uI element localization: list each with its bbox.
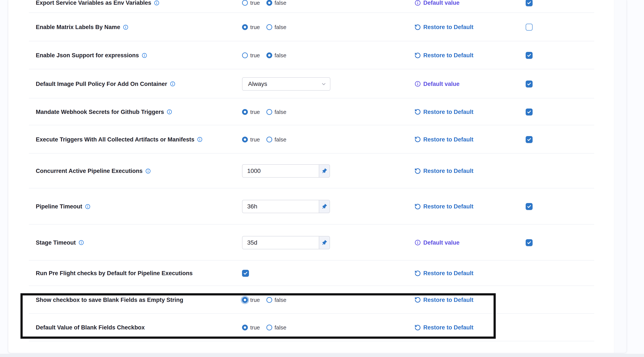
radio-false[interactable] <box>266 297 272 303</box>
override-checkbox[interactable] <box>526 108 532 115</box>
setting-label-cell: Enable Json Support for expressions <box>36 52 147 59</box>
override-checkbox[interactable] <box>526 24 532 30</box>
radio-true[interactable] <box>242 24 248 30</box>
settings-row: Concurrent Active Pipeline ExecutionsRes… <box>8 154 614 188</box>
radio-option-true: true <box>242 24 260 30</box>
action-label: Restore to Default <box>423 136 474 143</box>
restore-icon <box>414 109 421 115</box>
info-icon[interactable] <box>414 0 421 6</box>
radio-true[interactable] <box>242 109 248 115</box>
restore-to-default-link[interactable]: Restore to Default <box>414 270 474 277</box>
action-label: Default value <box>423 0 460 6</box>
radio-false[interactable] <box>266 136 272 142</box>
restore-to-default-link[interactable]: Restore to Default <box>414 168 474 174</box>
setting-label-cell: Pipeline Timeout <box>36 203 90 210</box>
setting-control-cell: truefalse <box>242 324 286 331</box>
pin-button[interactable] <box>319 200 330 213</box>
setting-value-input[interactable] <box>242 200 319 213</box>
override-checkbox-cell <box>526 24 532 30</box>
default-value-indicator: Default value <box>414 0 460 6</box>
radio-false[interactable] <box>266 0 272 6</box>
radio-option-true: true <box>242 324 260 331</box>
info-icon[interactable] <box>197 137 202 142</box>
override-checkbox-cell <box>526 239 532 246</box>
radio-label-true: true <box>250 136 260 143</box>
info-icon[interactable] <box>414 81 421 87</box>
restore-icon <box>414 52 421 58</box>
radio-true[interactable] <box>242 325 248 331</box>
pin-button[interactable] <box>319 164 330 178</box>
info-icon[interactable] <box>166 109 172 115</box>
radio-true[interactable] <box>242 0 248 6</box>
info-icon[interactable] <box>414 239 421 246</box>
setting-value-input[interactable] <box>242 236 319 249</box>
restore-to-default-link[interactable]: Restore to Default <box>414 108 474 115</box>
restore-icon <box>414 168 421 174</box>
radio-false[interactable] <box>266 24 272 30</box>
setting-label-cell: Export Service Variables as Env Variable… <box>36 0 160 6</box>
info-icon[interactable] <box>85 204 90 209</box>
restore-to-default-link[interactable]: Restore to Default <box>414 297 474 303</box>
restore-to-default-link[interactable]: Restore to Default <box>414 24 474 30</box>
restore-icon <box>414 136 421 143</box>
setting-label-cell: Show checkbox to save Blank Fields as Em… <box>36 297 183 303</box>
override-checkbox[interactable] <box>526 136 532 143</box>
action-label: Restore to Default <box>423 324 474 331</box>
setting-value-input[interactable] <box>242 164 319 178</box>
setting-label-cell: Default Value of Blank Fields Checkbox <box>36 324 145 331</box>
radio-label-false: false <box>274 136 286 143</box>
radio-false[interactable] <box>266 52 272 58</box>
setting-control-cell: truefalse <box>242 108 286 115</box>
restore-to-default-link[interactable]: Restore to Default <box>414 324 474 331</box>
radio-label-false: false <box>274 0 286 6</box>
restore-icon <box>414 203 421 210</box>
info-icon[interactable] <box>78 240 84 246</box>
setting-label-cell: Stage Timeout <box>36 239 84 246</box>
action-label: Default value <box>423 80 460 87</box>
radio-false[interactable] <box>266 109 272 115</box>
info-icon[interactable] <box>154 0 160 5</box>
setting-label: Export Service Variables as Env Variable… <box>36 0 151 6</box>
setting-control-cell: truefalse <box>242 52 286 59</box>
setting-control-cell <box>242 200 330 213</box>
settings-row: Default Image Pull Policy For Add On Con… <box>8 69 614 98</box>
setting-label: Enable Json Support for expressions <box>36 52 139 59</box>
override-checkbox[interactable] <box>526 52 532 59</box>
setting-checkbox[interactable] <box>242 270 249 277</box>
page-footer-strip <box>0 354 644 357</box>
pin-button[interactable] <box>319 236 330 249</box>
setting-control-cell: truefalse <box>242 24 286 30</box>
radio-true[interactable] <box>242 297 248 303</box>
default-settings-page: { "theme": { "primary_blue": "#2b6fc8", … <box>0 0 644 357</box>
settings-row: Export Service Variables as Env Variable… <box>8 0 614 13</box>
scrollbar-track[interactable] <box>614 0 626 353</box>
radio-option-true: true <box>242 108 260 115</box>
info-icon[interactable] <box>170 81 176 87</box>
info-icon[interactable] <box>145 168 151 174</box>
info-icon[interactable] <box>142 52 147 58</box>
radio-true[interactable] <box>242 136 248 142</box>
restore-to-default-link[interactable]: Restore to Default <box>414 203 474 210</box>
radio-true[interactable] <box>242 52 248 58</box>
override-checkbox[interactable] <box>526 203 532 210</box>
radio-option-true: true <box>242 297 260 303</box>
restore-to-default-link[interactable]: Restore to Default <box>414 52 474 59</box>
image-pull-policy-select[interactable]: Always <box>242 77 330 91</box>
radio-option-false: false <box>266 52 286 59</box>
settings-card: Export Service Variables as Env Variable… <box>8 0 627 353</box>
settings-row: Default Value of Blank Fields Checkboxtr… <box>8 314 614 341</box>
info-icon[interactable] <box>123 24 128 30</box>
restore-to-default-link[interactable]: Restore to Default <box>414 136 474 143</box>
setting-label: Show checkbox to save Blank Fields as Em… <box>36 297 183 303</box>
override-checkbox[interactable] <box>526 239 532 246</box>
settings-row: Run Pre Flight checks by Default for Pip… <box>8 261 614 286</box>
setting-label-cell: Default Image Pull Policy For Add On Con… <box>36 80 176 87</box>
settings-row: Execute Triggers With All Collected Arti… <box>8 125 614 154</box>
override-checkbox[interactable] <box>526 0 532 6</box>
radio-false[interactable] <box>266 325 272 331</box>
override-checkbox[interactable] <box>526 80 532 87</box>
setting-label-cell: Mandate Webhook Secrets for Github Trigg… <box>36 108 172 115</box>
setting-label-cell: Execute Triggers With All Collected Arti… <box>36 136 202 143</box>
setting-label-cell: Run Pre Flight checks by Default for Pip… <box>36 270 193 277</box>
radio-option-true: true <box>242 136 260 143</box>
